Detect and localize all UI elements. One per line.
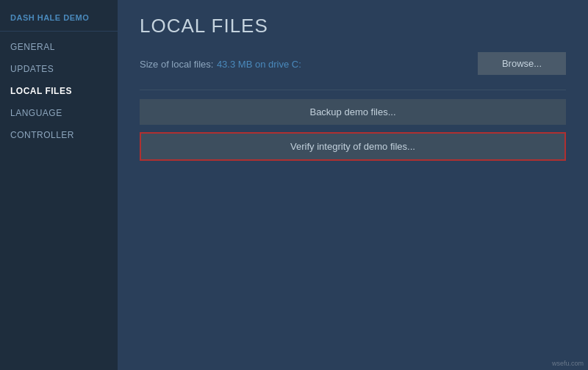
sidebar-item-general[interactable]: GENERAL: [0, 36, 118, 58]
sidebar-app-title[interactable]: DASH HALE DEMO: [0, 7, 118, 32]
verify-integrity-button[interactable]: Verify integrity of demo files...: [140, 132, 566, 161]
sidebar-item-local-files[interactable]: LOCAL FILES: [0, 80, 118, 102]
file-size-value[interactable]: 43.3 MB on drive C:: [217, 59, 301, 70]
divider: [140, 90, 566, 90]
sidebar-item-updates[interactable]: UPDATES: [0, 58, 118, 80]
sidebar: DASH HALE DEMO GENERAL UPDATES LOCAL FIL…: [0, 0, 118, 370]
browse-button[interactable]: Browse...: [478, 52, 566, 75]
sidebar-item-controller[interactable]: CONTROLLER: [0, 124, 118, 146]
backup-button[interactable]: Backup demo files...: [140, 99, 566, 125]
file-size-label: Size of local files:: [140, 59, 213, 70]
main-content: LOCAL FILES Size of local files: 43.3 MB…: [118, 0, 588, 370]
page-title: LOCAL FILES: [140, 15, 566, 37]
watermark: wsefu.com: [552, 360, 584, 367]
sidebar-item-language[interactable]: LANGUAGE: [0, 102, 118, 124]
file-info-row: Size of local files: 43.3 MB on drive C:…: [140, 52, 566, 75]
file-size-info: Size of local files: 43.3 MB on drive C:: [140, 57, 301, 70]
